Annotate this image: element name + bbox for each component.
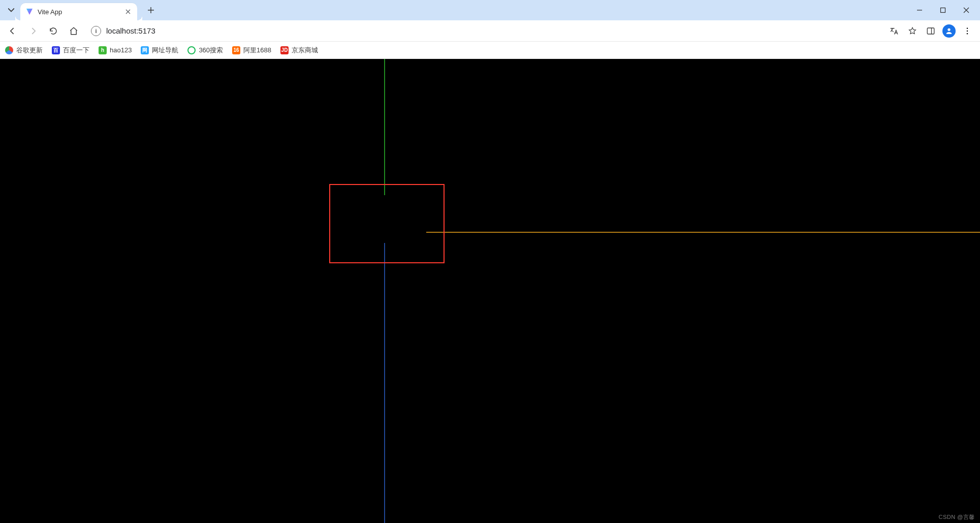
reload-button[interactable]: [45, 22, 62, 40]
url-text: localhost:5173: [106, 26, 155, 35]
address-bar[interactable]: i localhost:5173: [85, 22, 882, 40]
bookmark-item[interactable]: 360搜索: [187, 46, 223, 55]
scene-canvas: [0, 59, 980, 523]
1688-icon: 16: [232, 46, 240, 54]
bookmark-label: hao123: [110, 46, 132, 54]
svg-point-3: [967, 27, 968, 28]
home-button[interactable]: [65, 22, 82, 40]
svg-point-5: [967, 33, 968, 34]
nav-icon: 网: [141, 46, 149, 54]
bookmark-item[interactable]: 网 网址导航: [141, 46, 178, 55]
chrome-icon: [5, 46, 13, 54]
svg-point-4: [967, 30, 968, 31]
toolbar: i localhost:5173: [0, 20, 980, 42]
maximize-button[interactable]: [931, 0, 955, 20]
bookmark-label: 百度一下: [63, 46, 89, 55]
site-info-icon[interactable]: i: [91, 26, 101, 36]
new-tab-button[interactable]: [143, 3, 159, 18]
tab-search[interactable]: [2, 4, 20, 16]
forward-button[interactable]: [24, 22, 42, 40]
bookmark-item[interactable]: h hao123: [99, 46, 132, 54]
browser-tab-active[interactable]: Vite App: [20, 3, 137, 20]
chrome-menu-button[interactable]: [959, 22, 976, 40]
vite-favicon-icon: [25, 8, 34, 16]
translate-button[interactable]: [886, 22, 903, 40]
profile-avatar-icon: [942, 24, 956, 38]
jd-icon: JD: [280, 46, 289, 54]
bookmark-item[interactable]: 谷歌更新: [5, 46, 43, 55]
bookmark-label: 谷歌更新: [16, 46, 43, 55]
360-icon: [187, 46, 196, 54]
close-tab-button[interactable]: [124, 8, 132, 16]
bookmark-label: 360搜索: [199, 46, 223, 55]
svg-rect-0: [941, 8, 945, 13]
baidu-icon: 百: [52, 46, 60, 54]
bookmarks-bar: 谷歌更新 百 百度一下 h hao123 网 网址导航 360搜索 16 阿里1…: [0, 42, 980, 59]
bookmark-label: 京东商城: [292, 46, 318, 55]
bookmark-label: 网址导航: [152, 46, 178, 55]
titlebar: Vite App: [0, 0, 980, 20]
minimize-button[interactable]: [908, 0, 931, 20]
bookmark-item[interactable]: 百 百度一下: [52, 46, 89, 55]
chevron-down-icon: [5, 4, 17, 16]
profile-button[interactable]: [940, 22, 958, 40]
bookmark-item[interactable]: JD 京东商城: [280, 46, 318, 55]
bookmark-star-button[interactable]: [904, 22, 921, 40]
side-panel-button[interactable]: [922, 22, 939, 40]
bookmark-item[interactable]: 16 阿里1688: [232, 46, 271, 55]
bookmark-label: 阿里1688: [243, 46, 271, 55]
window-close-button[interactable]: [955, 0, 978, 20]
watermark-text: CSDN @言馨: [939, 513, 975, 521]
webgl-viewport[interactable]: CSDN @言馨: [0, 59, 980, 523]
hao123-icon: h: [99, 46, 107, 54]
svg-rect-1: [927, 28, 934, 34]
back-button[interactable]: [4, 22, 21, 40]
svg-point-2: [947, 28, 950, 30]
camera-helper-box: [330, 184, 444, 263]
tab-title: Vite App: [38, 8, 120, 16]
window-controls: [908, 0, 978, 20]
